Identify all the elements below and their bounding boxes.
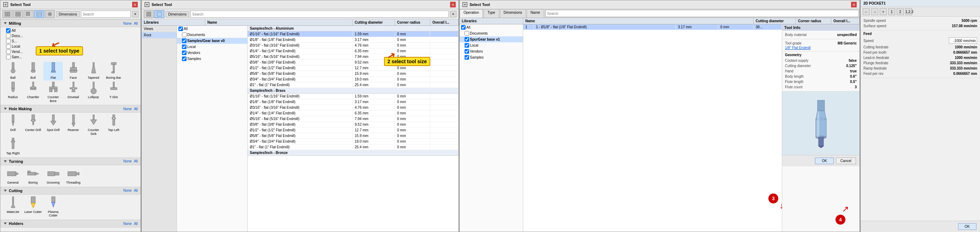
p3-cb-documents[interactable] [465, 31, 469, 36]
cutting-none-link[interactable]: None [123, 189, 132, 192]
tool-laser-cutter[interactable]: Laser Cutter [23, 196, 43, 219]
sidebar-root[interactable]: Root [142, 32, 177, 38]
tool-general[interactable]: General [3, 167, 22, 185]
cutting-all-link[interactable]: All [134, 189, 138, 192]
tool-spot-drill[interactable]: Spot Drill [43, 114, 63, 137]
tool-grooving[interactable]: Grooving [43, 167, 63, 185]
tree-vendors[interactable]: Vendors [177, 50, 247, 56]
tool-view-btn3[interactable] [24, 10, 33, 18]
panel1-close-button[interactable]: ✕ [132, 2, 138, 7]
cancel-button[interactable]: Cancel [836, 157, 856, 164]
tree-samples-gear-base[interactable]: Samples/Gear base v0 [177, 38, 247, 44]
rp-btn4[interactable]: 1 [888, 8, 895, 15]
p3-table-row[interactable]: 1 1 - Ø1/8" - flat (1/8" Flat Endmill) 3… [523, 24, 782, 30]
tab-dimensions[interactable]: Dimensions [500, 9, 526, 17]
panel2-view-btn2[interactable] [154, 10, 164, 18]
tool-reamer[interactable]: Reamer [64, 114, 83, 137]
tool-tap-right[interactable]: Tap Right [3, 137, 22, 156]
p3-tree-spurgear[interactable]: SpurGear base v1 [460, 37, 523, 42]
tree-local-checkbox[interactable] [182, 44, 186, 49]
p3-cb-spurgear[interactable] [465, 37, 469, 42]
tree-samples[interactable]: Samples [177, 56, 247, 62]
tool-ball[interactable]: Ball [3, 62, 22, 81]
turning-none-link[interactable]: None [123, 159, 132, 163]
panel1-search-clear-button[interactable]: ✕ [132, 11, 138, 17]
tool-view-btn1[interactable] [3, 10, 13, 18]
table-row[interactable]: Ø3/8" - flat (3/8" Flat Endmill) 9.52 mm… [248, 122, 458, 127]
tab-type[interactable]: Type [484, 9, 499, 17]
holders-none-link[interactable]: None [123, 222, 132, 226]
table-row[interactable]: Ø1/2" - flat (1/2" Flat Endmill) 12.7 mm… [248, 65, 458, 71]
tree-samples-checkbox[interactable] [182, 38, 186, 43]
tool-chamfer[interactable]: Chamfer [23, 81, 43, 104]
turning-all-link[interactable]: All [134, 159, 138, 163]
table-row[interactable]: Ø1/16" - flat (1/16" Flat Endmill) 1.59 … [248, 32, 458, 37]
tree-all-checkbox[interactable] [178, 27, 183, 31]
cb-docu-input[interactable] [6, 33, 11, 38]
panel3-search-input[interactable] [546, 10, 859, 17]
table-row[interactable]: Ø5/16" - flat (5/16" Flat Endmill) 7.94 … [248, 54, 458, 60]
p3-tree-samples[interactable]: Samples [460, 54, 523, 60]
p3-cb-all[interactable] [461, 25, 466, 30]
tool-flat[interactable]: Flat [43, 62, 63, 81]
panel1-dimensions-button[interactable]: Dimensions [56, 11, 80, 17]
table-row[interactable]: Ø3/8" - flat (3/8" Flat Endmill) 9.52 mm… [248, 60, 458, 65]
milling-all-link[interactable]: All [134, 22, 138, 25]
p3-cb-vendors[interactable] [465, 49, 469, 54]
table-row[interactable]: Ø5/8" - flat (5/8" Flat Endmill) 15.9 mm… [248, 133, 458, 139]
table-row[interactable]: Ø3/4" - flat (3/4" Flat Endmill) 19.0 mm… [248, 76, 458, 82]
cb-s-input[interactable] [6, 39, 11, 43]
tool-bull[interactable]: Bull [23, 62, 43, 81]
table-row[interactable]: Ø5/8" - flat (5/8" Flat Endmill) 15.9 mm… [248, 71, 458, 76]
table-row[interactable]: Ø1/4" - flat (1/4" Flat Endmill) 6.35 mm… [248, 48, 458, 54]
speed-input[interactable] [949, 37, 977, 44]
tool-face[interactable]: Face [64, 62, 83, 81]
rp-btn3[interactable]: + [880, 8, 887, 15]
table-row[interactable]: Ø1/8" - flat (1/8" Flat Endmill) 3.17 mm… [248, 37, 458, 43]
tool-view-btn4[interactable] [34, 10, 44, 18]
tool-view-btn5[interactable] [45, 10, 55, 18]
hole-making-all-link[interactable]: All [134, 107, 138, 111]
tool-radius[interactable]: Radius [3, 81, 22, 104]
tool-drill[interactable]: Drill [3, 114, 22, 137]
cb-vend-input[interactable] [6, 49, 11, 54]
cb-sam-input[interactable] [6, 55, 11, 59]
p3-tree-documents[interactable]: Documents [460, 30, 523, 37]
table-row[interactable]: Ø1/16" - flat (1/16" Flat Endmill) 1.59 … [248, 94, 458, 99]
table-row[interactable]: Ø1/2" - flat (1/2" Flat Endmill) 12.7 mm… [248, 127, 458, 133]
table-row[interactable]: Ø3/16" - flat (3/16" Flat Endmill) 4.76 … [248, 43, 458, 48]
panel2-dimensions-button[interactable]: Dimensions [166, 11, 189, 17]
tool-center-drill[interactable]: Center Drill [23, 114, 43, 137]
cb-local-input[interactable] [6, 44, 11, 49]
table-row[interactable]: Ø1" - flat (1" Flat Endmill) 25.4 mm 0 m… [248, 145, 458, 150]
tree-documents-checkbox[interactable] [182, 32, 186, 37]
ok-button[interactable]: OK [815, 157, 834, 164]
panel2-view-btn1[interactable] [144, 10, 154, 18]
tree-documents[interactable]: Documents [177, 32, 247, 38]
tab-operation[interactable]: Operation [460, 9, 483, 17]
tool-tslot[interactable]: T-Slot [104, 81, 123, 104]
tool-dovetail[interactable]: Dovetail [64, 81, 83, 104]
table-row[interactable]: Ø3/16" - flat (3/16" Flat Endmill) 4.76 … [248, 105, 458, 111]
tool-view-btn2[interactable] [13, 10, 23, 18]
p3-cb-samples[interactable] [465, 55, 469, 60]
p3-cb-local[interactable] [465, 43, 469, 48]
rp-btn5[interactable]: 2 [897, 8, 904, 15]
tree-samples2-checkbox[interactable] [182, 57, 186, 61]
milling-none-link[interactable]: None [123, 22, 132, 25]
tool-tap-left[interactable]: Tap Left [104, 114, 123, 137]
rp-btn1[interactable]: ← [863, 8, 870, 15]
tool-counter-sink[interactable]: Counter Sink [84, 114, 103, 137]
tool-grade-link[interactable]: 1/8" Flat Endmill [785, 46, 857, 50]
tab-name[interactable]: Name [527, 9, 544, 17]
rp-btn6[interactable]: 1,2,3 [905, 8, 912, 15]
panel2-search-clear-button[interactable]: ✕ [450, 11, 457, 17]
panel2-search-input[interactable] [191, 11, 449, 17]
tree-all[interactable]: All [177, 26, 247, 32]
rp-btn2[interactable]: → [871, 8, 878, 15]
panel2-close-button[interactable]: ✕ [450, 2, 456, 7]
tool-lollipop[interactable]: Lollipop [84, 81, 103, 104]
panel3-close-button[interactable]: ✕ [851, 2, 857, 7]
tool-tapered[interactable]: Tapered [84, 62, 103, 81]
tool-threading[interactable]: Threading [64, 167, 83, 185]
